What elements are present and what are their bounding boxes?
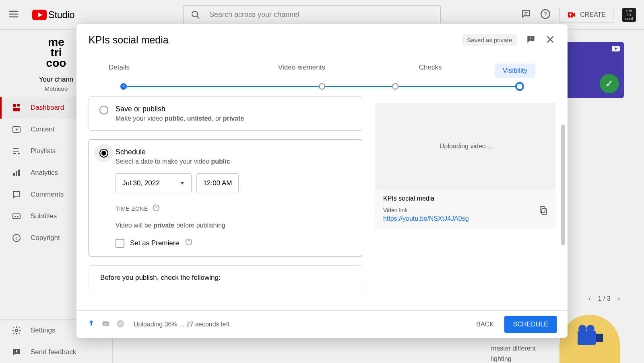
svg-point-40: [530, 40, 531, 41]
step-dot-visibility[interactable]: [515, 82, 524, 91]
step-dot-details[interactable]: [120, 83, 127, 90]
upload-modal: KPIs social media Saved as private Detai…: [76, 24, 568, 338]
saved-chip: Saved as private: [462, 34, 517, 46]
preview-thumb: Uploading video...: [375, 103, 555, 189]
upload-status: Uploading 36% ... 27 seconds left: [134, 321, 229, 328]
preview-panel: Uploading video... KPIs social media Vid…: [375, 103, 555, 230]
svg-point-52: [117, 320, 124, 327]
save-publish-sub: Make your video public, unlisted, or pri…: [116, 115, 244, 122]
video-link-label: Video link: [383, 207, 547, 213]
time-input[interactable]: 12:00 AM: [196, 173, 239, 193]
back-button[interactable]: BACK: [469, 317, 501, 332]
svg-marker-43: [180, 182, 184, 185]
time-value: 12:00 AM: [203, 179, 232, 187]
step-dot-checks[interactable]: [392, 83, 398, 90]
schedule-title: Schedule: [116, 148, 230, 156]
feedback-icon[interactable]: [526, 34, 536, 46]
sd-icon: SD: [101, 319, 110, 330]
premiere-checkbox[interactable]: [116, 239, 124, 248]
save-publish-title: Save or publish: [116, 105, 244, 113]
premiere-label: Set as Premiere: [130, 239, 179, 247]
chevron-down-icon: [180, 181, 185, 186]
schedule-sub: Select a date to make your video public: [116, 158, 230, 165]
svg-text:?: ?: [188, 240, 190, 244]
tab-details[interactable]: Details: [109, 64, 237, 72]
svg-rect-48: [542, 209, 547, 214]
svg-rect-49: [540, 207, 545, 212]
upload-icon: [87, 319, 96, 330]
scrollbar[interactable]: [561, 125, 565, 245]
step-dot-elements[interactable]: [319, 83, 325, 90]
close-icon[interactable]: [545, 34, 555, 46]
schedule-note: Video will be private before publishing: [116, 222, 351, 229]
svg-text:?: ?: [155, 205, 157, 210]
help-icon[interactable]: ?: [152, 204, 160, 213]
modal-title: KPIs social media: [89, 34, 169, 46]
date-value: Jul 30, 2022: [122, 179, 160, 187]
radio-save-publish[interactable]: [99, 106, 108, 115]
before-publish-block: Before you publish, check the following:: [89, 265, 362, 290]
help-icon[interactable]: ?: [185, 238, 193, 248]
date-dropdown[interactable]: Jul 30, 2022: [116, 173, 192, 193]
svg-text:SD: SD: [104, 322, 108, 325]
option-save-publish[interactable]: Save or publish Make your video public, …: [89, 96, 362, 131]
tab-visibility[interactable]: Visibility: [495, 64, 535, 78]
option-schedule[interactable]: Schedule Select a date to make your vide…: [89, 139, 362, 256]
check-circle-icon: [116, 319, 125, 330]
timezone-label: TIME ZONE: [116, 205, 148, 212]
tab-checks[interactable]: Checks: [366, 64, 495, 72]
before-title: Before you publish, check the following:: [100, 274, 351, 282]
schedule-button[interactable]: SCHEDULE: [504, 316, 557, 333]
copy-icon[interactable]: [539, 205, 548, 217]
video-link[interactable]: https://youtu.be/NSXtJ4JA0sg: [383, 215, 469, 222]
preview-title: KPIs social media: [383, 195, 547, 202]
radio-schedule[interactable]: [99, 149, 108, 158]
tab-video-elements[interactable]: Video elements: [237, 64, 366, 72]
